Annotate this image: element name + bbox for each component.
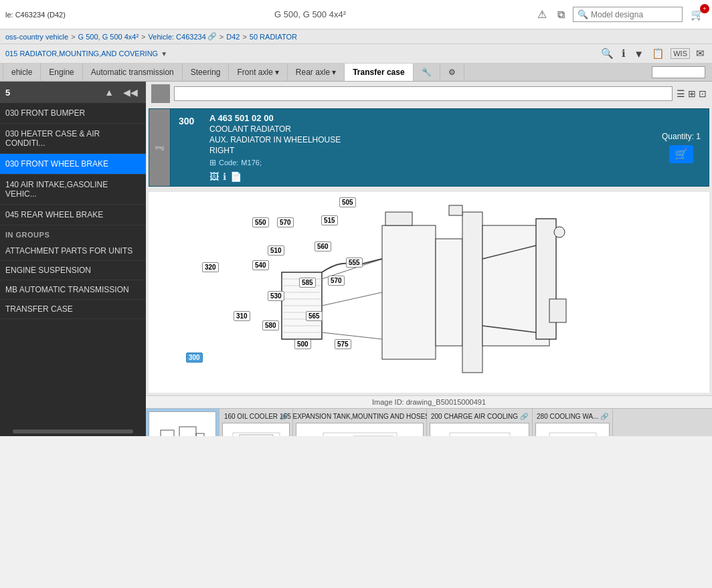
sub-breadcrumb-item[interactable]: 015 RADIATOR,MOUNTING,AND COVERING: [5, 50, 158, 58]
breadcrumb-model[interactable]: G 500, G 500 4x4²: [78, 33, 139, 41]
grid-view-icon[interactable]: ⊞: [688, 88, 696, 99]
diagram-num-560[interactable]: 560: [315, 241, 331, 252]
sidebar-group-mb-automatic[interactable]: MB AUTOMATIC TRANSMISSION: [0, 280, 146, 300]
sidebar-item-front-bumper[interactable]: 030 FRONT BUMPER: [0, 103, 146, 124]
diagram-num-540[interactable]: 540: [252, 260, 269, 270]
breadcrumb-d42[interactable]: D42: [226, 33, 240, 41]
tab-engine[interactable]: Engine: [41, 64, 82, 81]
sidebar-item-front-wheel-brake[interactable]: 030 FRONT WHEEL BRAKE: [0, 154, 146, 175]
thumb-165-svg: [320, 429, 400, 437]
diagram-svg: [149, 192, 709, 393]
thumb-200-link-icon[interactable]: 🔗: [520, 413, 528, 420]
svg-rect-33: [353, 436, 393, 437]
thumb-165-expansion[interactable]: 165 EXPANSION TANK,MOUNTING AND HOSES 🔗: [293, 409, 427, 436]
diagram-num-585[interactable]: 585: [299, 278, 316, 288]
tab-vehicle[interactable]: ehicle: [3, 64, 41, 81]
tab-automatic-transmission[interactable]: Automatic transmission: [83, 64, 183, 81]
diagram-num-505[interactable]: 505: [339, 197, 356, 207]
sidebar-group-attachment[interactable]: ATTACHMENT PARTS FOR UNITS: [0, 241, 146, 261]
part-desc-1: COOLANT RADIATOR: [209, 124, 648, 134]
list-view-icon[interactable]: ☰: [677, 88, 685, 99]
thumb-svg-active: [159, 423, 206, 436]
diagram-num-530[interactable]: 530: [268, 291, 284, 301]
svg-rect-21: [549, 299, 566, 322]
part-search-input[interactable]: [174, 86, 673, 101]
part-position-number: 300: [171, 109, 204, 186]
tab-search-area: [648, 64, 709, 80]
split-view-icon[interactable]: ⊡: [699, 88, 707, 99]
part-thumbnail: img: [149, 109, 171, 186]
diagram-num-515[interactable]: 515: [321, 215, 338, 225]
sidebar-expand-icon[interactable]: ◀◀: [120, 86, 141, 99]
thumb-280-link-icon[interactable]: 🔗: [600, 413, 608, 420]
diagram-num-300[interactable]: 300: [186, 353, 203, 363]
svg-rect-23: [179, 427, 196, 436]
thumb-active-img: [149, 411, 216, 436]
diagram-num-500[interactable]: 500: [294, 339, 311, 349]
zoom-search-icon[interactable]: 🔍: [599, 46, 616, 61]
part-image-icon[interactable]: 🖼: [209, 171, 219, 182]
thumb-200-img: [430, 423, 529, 436]
diagram-num-570b[interactable]: 570: [328, 276, 345, 286]
tab-steering[interactable]: Steering: [183, 64, 230, 81]
sidebar-scrollbar[interactable]: [13, 429, 133, 433]
tabs-row: ehicle Engine Automatic transmission Ste…: [0, 64, 712, 82]
info-icon[interactable]: ℹ: [620, 46, 628, 61]
part-info-icon[interactable]: ℹ: [223, 171, 226, 182]
content-area: ☰ ⊞ ⊡ img 300 A 463 501 02 00 COOLANT RA…: [146, 82, 712, 436]
thumb-200-charge-air[interactable]: 200 CHARGE AIR COOLING 🔗: [427, 409, 533, 436]
header-actions: ⚠ ⧉ 🔍 🛒 +: [535, 7, 707, 22]
warning-icon[interactable]: ⚠: [535, 7, 549, 22]
breadcrumb-cross-country[interactable]: oss-country vehicle: [5, 33, 68, 41]
thumb-280-cooling[interactable]: 280 COOLING WA... 🔗: [533, 409, 613, 436]
diagram-num-550[interactable]: 550: [252, 217, 269, 227]
svg-rect-18: [449, 205, 462, 215]
part-desc-2: AUX. RADIATOR IN WHEELHOUSE: [209, 135, 648, 144]
breadcrumb-vehicle[interactable]: Vehicle: C463234: [149, 33, 206, 41]
svg-rect-40: [549, 433, 596, 437]
tab-gear[interactable]: ⚙: [440, 64, 464, 81]
sidebar-collapse-icon[interactable]: ▲: [102, 86, 116, 99]
model-search-input[interactable]: [591, 10, 678, 19]
add-to-cart-button[interactable]: 🛒: [669, 145, 693, 163]
clipboard-icon[interactable]: 📋: [650, 46, 666, 61]
tab-front-axle[interactable]: Front axle ▾: [229, 64, 287, 81]
thumb-280-svg: [546, 429, 600, 437]
sidebar: 5 ▲ ◀◀ 030 FRONT BUMPER 030 HEATER CASE …: [0, 82, 146, 436]
thumb-200-label: 200 CHARGE AIR COOLING 🔗: [430, 411, 529, 423]
diagram-num-565[interactable]: 565: [306, 311, 323, 321]
tab-search-input[interactable]: [652, 66, 705, 78]
svg-rect-11: [436, 239, 462, 346]
sidebar-header-number: 5: [5, 88, 10, 98]
diagram-num-320[interactable]: 320: [202, 262, 219, 272]
thumb-active[interactable]: [146, 409, 219, 436]
rear-axle-arrow: ▾: [332, 68, 336, 77]
part-doc-icon[interactable]: 📄: [230, 171, 242, 182]
diagram-num-555[interactable]: 555: [346, 258, 363, 268]
sidebar-group-engine-suspension[interactable]: ENGINE SUSPENSION: [0, 261, 146, 280]
tab-transfer-case[interactable]: Transfer case: [345, 64, 413, 81]
sidebar-item-air-intake[interactable]: 140 AIR INTAKE,GASOLINE VEHIC...: [0, 175, 146, 205]
sub-breadcrumb-arrow[interactable]: ▼: [161, 50, 167, 58]
mail-icon[interactable]: ✉: [694, 46, 707, 61]
svg-rect-10: [382, 225, 436, 359]
sidebar-group-transfer-case[interactable]: TRANSFER CASE: [0, 300, 146, 319]
diagram-num-580[interactable]: 580: [262, 320, 279, 330]
filter-icon[interactable]: ▼: [632, 47, 646, 61]
sidebar-item-rear-wheel-brake[interactable]: 045 REAR WHEEL BRAKE: [0, 205, 146, 225]
thumb-280-img: [535, 423, 610, 436]
sidebar-item-heater[interactable]: 030 HEATER CASE & AIR CONDITI...: [0, 124, 146, 154]
model-search-icon[interactable]: 🔍: [577, 9, 588, 19]
vehicle-link-icon[interactable]: 🔗: [207, 32, 217, 41]
svg-rect-17: [385, 212, 412, 225]
svg-rect-30: [240, 435, 273, 437]
diagram-num-570a[interactable]: 570: [277, 217, 294, 227]
copy-icon[interactable]: ⧉: [555, 7, 567, 22]
diagram-num-310[interactable]: 310: [234, 311, 250, 321]
breadcrumb-50-radiator[interactable]: 50 RADIATOR: [250, 33, 297, 41]
wis-icon[interactable]: WIS: [671, 48, 690, 59]
diagram-num-575[interactable]: 575: [335, 339, 351, 349]
tab-wrench[interactable]: 🔧: [414, 64, 440, 81]
diagram-num-510[interactable]: 510: [268, 246, 284, 256]
tab-rear-axle[interactable]: Rear axle ▾: [288, 64, 345, 81]
